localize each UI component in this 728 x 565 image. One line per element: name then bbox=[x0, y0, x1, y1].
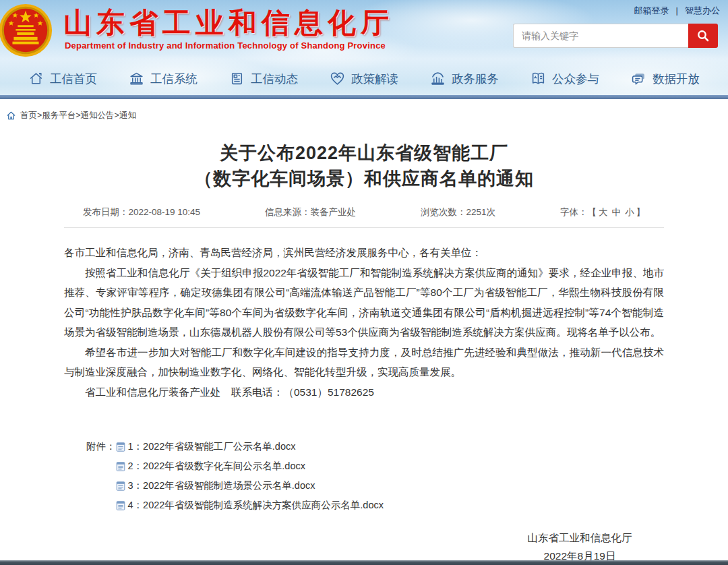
page: 邮箱登录|智慧办公 山东省工业和信息化厅 Department of Indus… bbox=[0, 0, 728, 565]
article-body: 各市工业和信息化局，济南、青岛民营经济局，滨州民营经济发展服务中心，各有关单位：… bbox=[64, 243, 664, 402]
paragraph-hope: 希望各市进一步加大对智能工厂和数字化车间建设的指导支持力度，及时总结推广先进经验… bbox=[64, 343, 664, 382]
mail-login-link[interactable]: 邮箱登录 bbox=[634, 5, 669, 16]
nav-item-label: 工信动态 bbox=[251, 71, 298, 87]
nav-item-label: 数据开放 bbox=[653, 71, 700, 87]
search-input[interactable] bbox=[513, 24, 688, 48]
attachment-name: 2：2022年省级数字化车间公示名单.docx bbox=[128, 456, 305, 476]
paragraph-contact: 省工业和信息化厅装备产业处 联系电话：（0531）51782625 bbox=[64, 382, 664, 403]
paragraph-main: 按照省工业和信息化厅《关于组织申报2022年省级智能工厂和智能制造系统解决方案供… bbox=[64, 263, 664, 343]
topbar-links: 邮箱登录|智慧办公 bbox=[634, 5, 720, 17]
signature-block: 山东省工业和信息化厅 2022年8月19日 bbox=[495, 529, 664, 565]
news-icon bbox=[229, 71, 245, 86]
font-size-small-button[interactable]: 小 bbox=[625, 207, 634, 217]
topbar-separator: | bbox=[676, 5, 678, 16]
doc-file-icon bbox=[116, 481, 125, 491]
open-book-icon bbox=[530, 71, 546, 86]
nav-item-news[interactable]: 工信动态 bbox=[229, 71, 298, 87]
article-meta: 发布日期：2022-08-19 10:45 信息来源：装备产业处 浏览次数：22… bbox=[64, 202, 664, 228]
search-icon bbox=[696, 29, 710, 42]
home-icon bbox=[28, 71, 44, 86]
doc-file-icon bbox=[116, 442, 125, 452]
breadcrumb: 首页>服务平台>通知公告>通知 bbox=[6, 109, 728, 121]
info-source: 信息来源：装备产业处 bbox=[265, 206, 356, 218]
breadcrumb-path[interactable]: 首页>服务平台>通知公告>通知 bbox=[20, 110, 136, 121]
nav-item-label: 工信首页 bbox=[50, 71, 97, 87]
font-size-medium-button[interactable]: 中 bbox=[612, 207, 621, 217]
publish-date: 发布日期：2022-08-19 10:45 bbox=[83, 206, 200, 218]
attachment-name: 1：2022年省级智能工厂公示名单.docx bbox=[128, 437, 296, 456]
font-size-large-button[interactable]: 大 bbox=[599, 207, 608, 217]
handshake-icon bbox=[330, 71, 345, 86]
doc-file-icon bbox=[116, 501, 125, 510]
attachments-list: 1：2022年省级智能工厂公示名单.docx 2：2022年省级数字化车间公示名… bbox=[116, 437, 384, 515]
article-title-line1: 关于公布2022年山东省级智能工厂 bbox=[64, 140, 664, 166]
search-button[interactable] bbox=[688, 24, 718, 48]
header-divider bbox=[0, 95, 728, 99]
article-title-line2: （数字化车间场景）和供应商名单的通知 bbox=[64, 166, 664, 191]
attachment-link[interactable]: 3：2022年省级智能制造场景公示名单.docx bbox=[116, 476, 384, 496]
nav-item-label: 政策解读 bbox=[351, 71, 398, 87]
font-size-control: 字体：【大中小】 bbox=[560, 206, 645, 218]
signature-org: 山东省工业和信息化厅 bbox=[495, 529, 664, 547]
attachment-link[interactable]: 4：2022年省级智能制造系统解决方案供应商公示名单.docx bbox=[116, 496, 384, 515]
article: 关于公布2022年山东省级智能工厂 （数字化车间场景）和供应商名单的通知 发布日… bbox=[64, 140, 664, 565]
site-search bbox=[513, 24, 718, 48]
attachment-name: 4：2022年省级智能制造系统解决方案供应商公示名单.docx bbox=[128, 496, 384, 515]
home-icon bbox=[6, 111, 16, 121]
columns-chart-icon bbox=[430, 71, 446, 86]
view-count: 浏览次数：2251次 bbox=[421, 206, 495, 218]
bank-icon bbox=[129, 71, 144, 86]
national-emblem bbox=[0, 3, 55, 61]
main-nav: 工信首页 工信系统 工信动态 政策解读 bbox=[0, 62, 728, 95]
article-title: 关于公布2022年山东省级智能工厂 （数字化车间场景）和供应商名单的通知 bbox=[64, 140, 664, 191]
site-title[interactable]: 山东省工业和信息化厅 bbox=[63, 4, 394, 42]
nav-item-system[interactable]: 工信系统 bbox=[129, 71, 198, 87]
site-subtitle: Department of Industry and Information T… bbox=[65, 40, 386, 51]
attachment-link[interactable]: 1：2022年省级智能工厂公示名单.docx bbox=[116, 437, 384, 456]
nav-item-label: 公众参与 bbox=[552, 71, 599, 87]
nav-item-policy[interactable]: 政策解读 bbox=[330, 71, 398, 87]
nav-item-label: 政务服务 bbox=[452, 71, 499, 87]
nav-item-participation[interactable]: 公众参与 bbox=[530, 71, 599, 87]
doc-file-icon bbox=[116, 462, 125, 471]
attachments-label: 附件： bbox=[64, 437, 116, 515]
nav-item-services[interactable]: 政务服务 bbox=[430, 71, 499, 87]
attachment-name: 3：2022年省级智能制造场景公示名单.docx bbox=[128, 476, 315, 496]
chat-bubbles-icon bbox=[631, 71, 646, 86]
nav-item-label: 工信系统 bbox=[150, 71, 198, 87]
font-size-bracket: 】 bbox=[636, 207, 646, 217]
nav-item-data[interactable]: 数据开放 bbox=[631, 71, 700, 87]
nav-item-home[interactable]: 工信首页 bbox=[28, 71, 97, 87]
smart-office-link[interactable]: 智慧办公 bbox=[685, 5, 720, 16]
paragraph-salutation: 各市工业和信息化局，济南、青岛民营经济局，滨州民营经济发展服务中心，各有关单位： bbox=[64, 243, 664, 263]
attachments-section: 附件： 1：2022年省级智能工厂公示名单.docx 2：2022年省级数字化车… bbox=[64, 437, 664, 515]
site-header: 邮箱登录|智慧办公 山东省工业和信息化厅 Department of Indus… bbox=[0, 0, 728, 95]
font-size-label: 字体：【 bbox=[560, 207, 597, 217]
attachment-link[interactable]: 2：2022年省级数字化车间公示名单.docx bbox=[116, 456, 384, 476]
footer-top-edge bbox=[0, 560, 728, 565]
